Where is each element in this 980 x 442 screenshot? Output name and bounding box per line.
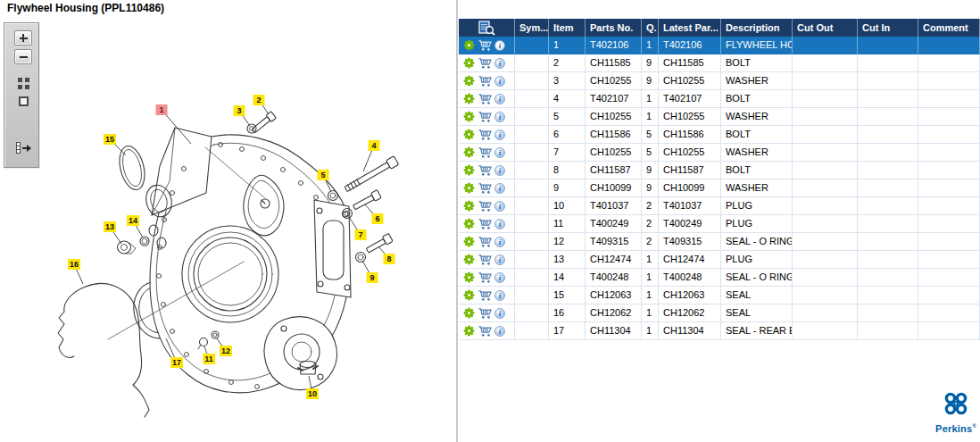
settings-button[interactable] — [462, 74, 476, 88]
settings-button[interactable] — [462, 217, 476, 230]
settings-button[interactable] — [462, 38, 476, 52]
add-to-cart-button[interactable] — [478, 288, 492, 302]
table-row[interactable]: 15CH120631CH12063SEAL — [459, 287, 980, 304]
add-to-cart-button[interactable] — [478, 324, 492, 338]
settings-button[interactable] — [462, 56, 476, 70]
table-row[interactable]: 7CH102555CH10255WASHER — [459, 144, 980, 162]
table-row[interactable]: 10T4010372T401037PLUG — [459, 197, 980, 215]
callout-label-1[interactable]: 1 — [156, 104, 168, 115]
settings-button[interactable] — [462, 146, 476, 159]
callout-label-10[interactable]: 10 — [306, 388, 319, 399]
callout-label-15[interactable]: 15 — [104, 134, 116, 145]
info-icon[interactable] — [494, 112, 505, 122]
table-row[interactable]: 17CH113041CH11304SEAL - REAR EN — [459, 322, 980, 340]
table-row[interactable]: 14T4002481T400248SEAL - O RING — [459, 269, 980, 287]
column-header-item[interactable]: Item — [549, 19, 586, 37]
add-to-cart-button[interactable] — [478, 163, 492, 177]
callout-label-13[interactable]: 13 — [104, 221, 116, 232]
table-row[interactable]: 2CH115859CH11585BOLT — [459, 54, 980, 72]
table-row[interactable]: 9CH100999CH10099WASHER — [459, 179, 980, 197]
info-icon[interactable] — [494, 272, 505, 283]
table-row[interactable]: 8CH115879CH11587BOLT — [459, 162, 980, 179]
callout-label-4[interactable]: 4 — [369, 140, 380, 151]
settings-button[interactable] — [462, 306, 476, 320]
table-row[interactable]: 4T4021071T402107BOLT — [459, 90, 980, 108]
column-header-cutout[interactable]: Cut Out — [793, 19, 858, 37]
settings-button[interactable] — [462, 324, 476, 338]
column-header-latestpar[interactable]: Latest Par... — [659, 19, 721, 37]
table-row[interactable]: 12T4093152T409315SEAL - O RING — [459, 233, 980, 251]
table-row[interactable]: 3CH102559CH10255WASHER — [459, 72, 980, 90]
table-row[interactable]: 16CH120621CH12062SEAL — [459, 304, 980, 322]
info-icon[interactable] — [494, 201, 505, 212]
callout-label-6[interactable]: 6 — [372, 213, 384, 224]
add-to-cart-button[interactable] — [478, 235, 492, 248]
settings-button[interactable] — [462, 181, 476, 195]
add-to-cart-button[interactable] — [478, 38, 492, 52]
add-to-cart-button[interactable] — [478, 110, 492, 123]
settings-button[interactable] — [462, 235, 476, 248]
info-icon[interactable] — [494, 76, 505, 87]
info-icon[interactable] — [494, 219, 505, 229]
table-row[interactable]: 11T4002492T400249PLUG — [459, 215, 980, 233]
callout-label-14[interactable]: 14 — [127, 215, 139, 226]
add-to-cart-button[interactable] — [478, 146, 492, 159]
settings-button[interactable] — [462, 288, 476, 302]
cell-description: BOLT — [721, 162, 793, 179]
column-header-partsno[interactable]: Parts No. — [586, 19, 642, 37]
settings-button[interactable] — [462, 163, 476, 177]
column-header-sym[interactable]: Sym... — [515, 19, 549, 37]
info-icon[interactable] — [494, 165, 505, 176]
cell-cut-out — [793, 90, 858, 108]
callout-label-7[interactable]: 7 — [355, 229, 367, 240]
info-icon[interactable] — [494, 183, 505, 194]
info-icon[interactable] — [494, 290, 505, 301]
info-icon[interactable] — [494, 308, 505, 319]
table-row[interactable]: 5CH102551CH10255WASHER — [459, 108, 980, 126]
callout-label-5[interactable]: 5 — [318, 170, 329, 180]
callout-label-8[interactable]: 8 — [384, 254, 395, 264]
info-icon[interactable] — [494, 147, 505, 158]
pane-splitter[interactable] — [456, 0, 458, 442]
add-to-cart-button[interactable] — [478, 271, 492, 284]
settings-button[interactable] — [462, 271, 476, 284]
column-header-comment[interactable]: Comment — [918, 19, 980, 37]
callout-label-11[interactable]: 11 — [203, 354, 215, 364]
info-icon[interactable] — [494, 237, 505, 247]
add-to-cart-button[interactable] — [478, 181, 492, 195]
add-to-cart-button[interactable] — [478, 199, 492, 213]
callout-label-16[interactable]: 16 — [68, 259, 80, 270]
add-to-cart-button[interactable] — [478, 217, 492, 230]
callout-label-17[interactable]: 17 — [170, 357, 183, 368]
column-header-q[interactable]: Q. — [642, 19, 659, 37]
settings-button[interactable] — [462, 92, 476, 105]
callout-label-2[interactable]: 2 — [253, 95, 265, 105]
diagram-pane[interactable]: 1234567891011121314151617 — [0, 18, 456, 442]
table-row[interactable]: 13CH124741CH12474PLUG — [459, 251, 980, 269]
table-row[interactable]: 1T4021061T402106FLYWHEEL HOU — [459, 37, 980, 54]
callout-label-3[interactable]: 3 — [234, 105, 245, 116]
info-icon[interactable] — [494, 58, 505, 69]
info-icon[interactable] — [494, 326, 505, 337]
settings-gear-icon — [463, 39, 475, 51]
add-to-cart-button[interactable] — [478, 253, 492, 266]
callout-label-12[interactable]: 12 — [220, 346, 232, 356]
table-row[interactable]: 6CH115865CH11586BOLT — [459, 126, 980, 144]
settings-button[interactable] — [462, 253, 476, 266]
column-header-icons[interactable] — [459, 19, 515, 37]
column-header-description[interactable]: Description — [721, 19, 793, 37]
info-icon[interactable] — [494, 129, 505, 140]
add-to-cart-button[interactable] — [478, 128, 492, 141]
add-to-cart-button[interactable] — [478, 56, 492, 70]
info-icon[interactable] — [494, 254, 505, 265]
add-to-cart-button[interactable] — [478, 74, 492, 88]
add-to-cart-button[interactable] — [478, 306, 492, 320]
settings-button[interactable] — [462, 110, 476, 123]
settings-button[interactable] — [462, 199, 476, 213]
settings-button[interactable] — [462, 128, 476, 141]
info-icon[interactable] — [494, 94, 505, 104]
info-icon[interactable] — [494, 40, 505, 51]
column-header-cutin[interactable]: Cut In — [858, 19, 918, 37]
add-to-cart-button[interactable] — [478, 92, 492, 105]
callout-label-9[interactable]: 9 — [367, 272, 378, 283]
